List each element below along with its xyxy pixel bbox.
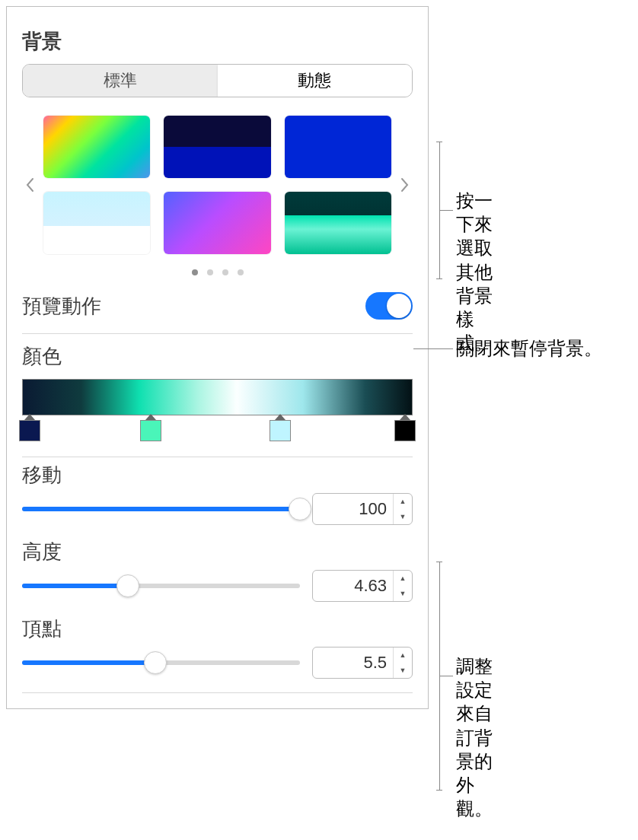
callout-leader (439, 676, 453, 676)
slider-apex-value[interactable]: 5.5 ▲ ▼ (312, 647, 413, 679)
stepper-down-icon[interactable]: ▼ (394, 509, 412, 524)
slider-move-value[interactable]: 100 ▲ ▼ (312, 493, 413, 525)
callout-bracket-cap (436, 562, 442, 562)
slider-fill (22, 660, 155, 665)
slider-apex[interactable] (22, 660, 300, 665)
slider-height[interactable] (22, 584, 300, 588)
callout-toggle-text: 關閉來暫停背景。 (456, 336, 602, 360)
color-stop[interactable] (19, 418, 40, 441)
segment-standard[interactable]: 標準 (23, 65, 218, 97)
color-stops-row (22, 418, 413, 444)
preview-motion-toggle[interactable] (365, 292, 413, 320)
background-thumbnail[interactable] (285, 192, 391, 254)
color-stop[interactable] (394, 418, 416, 441)
color-gradient-bar[interactable] (22, 379, 413, 415)
slider-move-label: 移動 (22, 462, 413, 488)
color-stop[interactable] (140, 418, 161, 441)
stepper-down-icon[interactable]: ▼ (394, 586, 412, 601)
gallery-prev-chevron[interactable] (22, 170, 37, 200)
preview-motion-label: 預覽動作 (22, 293, 101, 320)
background-thumbnail[interactable] (43, 192, 150, 254)
callout-gallery-text: 按一下來選取其他背景樣式。 (456, 189, 493, 355)
callout-sliders-text: 調整設定來自訂背景的外觀。 (456, 654, 493, 820)
background-type-segmented[interactable]: 標準 動態 (22, 64, 413, 97)
page-dot[interactable] (207, 269, 213, 275)
slider-height-value[interactable]: 4.63 ▲ ▼ (312, 570, 413, 602)
value-input[interactable]: 4.63 (313, 571, 393, 601)
background-thumbnail[interactable] (164, 192, 270, 254)
slider-thumb[interactable] (289, 498, 311, 520)
slider-settings: 移動 100 ▲ ▼ 高度 4.63 ▲ (22, 462, 413, 693)
slider-fill (22, 584, 128, 588)
background-heading: 背景 (22, 28, 413, 55)
slider-thumb[interactable] (116, 574, 139, 597)
slider-apex-label: 頂點 (22, 616, 413, 642)
page-dot[interactable] (192, 269, 198, 275)
stepper-down-icon[interactable]: ▼ (394, 663, 412, 678)
stepper-up-icon[interactable]: ▲ (394, 648, 412, 663)
divider (22, 457, 413, 457)
page-dot[interactable] (222, 269, 228, 275)
gallery-page-dots (22, 269, 413, 275)
slider-height-label: 高度 (22, 539, 413, 565)
background-settings-panel: 背景 標準 動態 預覽動作 顏色 (6, 6, 429, 709)
callout-leader (413, 348, 453, 349)
color-heading: 顏色 (22, 343, 413, 370)
page-dot[interactable] (238, 269, 244, 275)
gallery-next-chevron[interactable] (397, 170, 413, 200)
callout-bracket-cap (436, 142, 442, 142)
slider-thumb[interactable] (144, 651, 167, 674)
value-input[interactable]: 5.5 (313, 648, 393, 678)
stepper-up-icon[interactable]: ▲ (394, 494, 412, 509)
color-stop[interactable] (270, 418, 291, 441)
segment-dynamic[interactable]: 動態 (218, 65, 413, 97)
background-thumbnail[interactable] (43, 116, 150, 178)
value-input[interactable]: 100 (313, 494, 393, 524)
callout-bracket-cap (436, 790, 442, 791)
slider-move[interactable] (22, 507, 300, 511)
slider-fill (22, 507, 300, 511)
background-thumbnail[interactable] (164, 116, 270, 178)
callout-bracket-cap (436, 278, 442, 279)
divider (22, 692, 413, 693)
callout-leader (439, 210, 453, 211)
background-thumbnail[interactable] (285, 116, 391, 178)
toggle-knob (387, 294, 411, 318)
background-thumbnail-grid (37, 116, 397, 254)
divider (22, 333, 413, 334)
stepper-up-icon[interactable]: ▲ (394, 571, 412, 586)
